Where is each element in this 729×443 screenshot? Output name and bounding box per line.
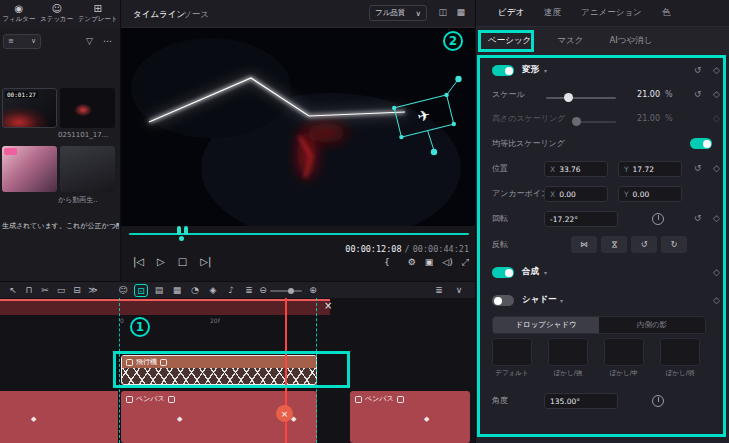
timeline-clip-pen-b[interactable]: ペンパス ◆	[350, 391, 470, 443]
grid-view-icon[interactable]: ▦	[456, 7, 465, 17]
keyframe-diamond[interactable]: ◆	[177, 415, 182, 423]
zoom-out-icon[interactable]: ⊖	[256, 282, 270, 299]
scale-value[interactable]: 21.00	[622, 90, 660, 99]
scale-slider[interactable]	[546, 97, 616, 99]
timeline-zoom-slider[interactable]	[270, 290, 302, 292]
chevron-down-icon[interactable]: ▾	[544, 269, 547, 276]
media-thumbnail[interactable]	[60, 146, 115, 192]
position-x-field[interactable]: X 33.76	[544, 161, 608, 177]
media-sort-select[interactable]: ≡ ∨	[3, 34, 41, 49]
tab-animation[interactable]: アニメーション	[581, 7, 642, 19]
angle-field[interactable]: 135.00°	[544, 393, 618, 409]
volume-button[interactable]: ◁)	[442, 257, 452, 268]
skip-end-button[interactable]: ▷|	[200, 256, 211, 267]
rotate-cw-button[interactable]: ↻	[661, 236, 687, 253]
flip-horizontal-button[interactable]: ⋈	[571, 236, 597, 253]
collapse-icon[interactable]: ∨	[452, 282, 466, 299]
effects-tool-icon[interactable]: ▤	[152, 282, 166, 299]
razor-tool-icon[interactable]: ✂	[38, 282, 52, 299]
track-options-icon[interactable]: ≣	[432, 282, 446, 299]
skip-start-button[interactable]: |◁	[133, 256, 144, 267]
compare-view-icon[interactable]: ◫	[438, 7, 447, 17]
settings-button[interactable]: ⚙	[408, 257, 416, 268]
slider-handle[interactable]	[564, 93, 573, 102]
fullscreen-button[interactable]: ⤢	[462, 257, 469, 268]
tab-video[interactable]: ビデオ	[498, 7, 524, 19]
keyframe-diamond[interactable]: ◆	[31, 415, 36, 423]
trim-tool-icon[interactable]: ▭	[54, 282, 68, 299]
transform-toggle[interactable]	[492, 65, 514, 76]
keyframe-icon[interactable]: ◇	[713, 65, 720, 75]
mixer-tool-icon[interactable]: ≣	[242, 282, 256, 299]
reset-icon[interactable]: ↺	[694, 213, 702, 223]
stop-button[interactable]: □	[178, 256, 187, 267]
play-button[interactable]: ▷	[157, 256, 165, 267]
voiceover-tool-icon[interactable]: ♪	[224, 282, 238, 299]
close-track-button[interactable]: ×	[324, 300, 332, 311]
shadow-preset-blur-strong[interactable]	[548, 338, 588, 366]
media-thumbnail[interactable]	[2, 146, 57, 192]
shadow-preset-blur-weak[interactable]	[660, 338, 700, 366]
media-thumbnail[interactable]	[60, 88, 115, 128]
grid-tool-icon[interactable]: ▦	[170, 282, 184, 299]
keyframe-icon[interactable]: ◇	[713, 213, 720, 223]
rotation-dial-icon[interactable]	[652, 395, 664, 407]
collapsed-track-band[interactable]	[0, 299, 330, 315]
keyframe-diamond[interactable]: ◆	[424, 415, 429, 423]
anchor-y-field[interactable]: Y 0.00	[618, 186, 682, 202]
timeline-clip-airplane[interactable]: 飛行機	[121, 355, 317, 385]
timeline-tracks[interactable]: × 0 20f 飛行機 ◆ ペンパス ◆ ◆ ペ	[0, 298, 475, 443]
shadow-preset-blur-medium[interactable]	[604, 338, 644, 366]
flip-vertical-button[interactable]: ⋈	[601, 236, 627, 253]
rotate-ccw-button[interactable]: ↺	[631, 236, 657, 253]
zoom-in-icon[interactable]: ⊕	[306, 282, 320, 299]
magnet-tool-icon[interactable]: ⊓	[22, 282, 36, 299]
speed-tool-icon[interactable]: ◔	[188, 282, 202, 299]
tab-timeline[interactable]: タイムライン	[133, 9, 185, 21]
mark-in-button[interactable]: {	[384, 257, 390, 268]
reset-icon[interactable]: ↺	[694, 163, 702, 173]
keyframe-icon[interactable]: ◇	[713, 295, 720, 305]
chevron-down-icon[interactable]: ▾	[544, 67, 547, 74]
keyframe-icon[interactable]: ◇	[713, 267, 720, 277]
reset-icon[interactable]: ↺	[694, 89, 702, 99]
keyframe-icon[interactable]: ◇	[713, 89, 720, 99]
subtab-ai-matte[interactable]: AIつや消し	[609, 35, 652, 47]
sticker-tool-icon[interactable]: ☺	[116, 282, 130, 299]
preview-viewport[interactable]: ✈	[121, 28, 475, 226]
tab-color[interactable]: 色	[662, 7, 671, 19]
snapshot-button[interactable]: ▣	[425, 257, 434, 268]
more-tools-icon[interactable]: ≫	[86, 282, 100, 299]
keyframe-delete-button[interactable]: ×	[276, 405, 293, 422]
toolbar-item-template[interactable]: ⊞ テンプレート	[78, 4, 118, 24]
toolbar-item-sticker[interactable]: ☺ ステッカー	[40, 4, 73, 24]
quality-select[interactable]: フル品質 ∨	[369, 5, 427, 21]
subtab-mask[interactable]: マスク	[557, 35, 583, 47]
crop-tool-icon[interactable]: ⊡	[134, 284, 148, 297]
rotation-dial-icon[interactable]	[652, 213, 664, 225]
rotate-field[interactable]: -17.22°	[544, 211, 618, 227]
uniform-scale-toggle[interactable]	[690, 138, 712, 149]
shadow-toggle[interactable]	[492, 295, 514, 306]
reset-icon[interactable]: ↺	[694, 65, 702, 75]
delete-tool-icon[interactable]: ⊟	[70, 282, 84, 299]
shadow-preset-default[interactable]	[492, 338, 532, 366]
trim-handle[interactable]	[184, 226, 188, 235]
progress-marker[interactable]	[179, 236, 184, 241]
trim-handle[interactable]	[177, 226, 181, 235]
select-tool-icon[interactable]: ↖	[6, 282, 20, 299]
subtab-basic[interactable]: ベーシック	[488, 35, 531, 47]
composite-toggle[interactable]	[492, 267, 514, 278]
anchor-x-field[interactable]: X 0.00	[544, 186, 608, 202]
slider-handle[interactable]	[288, 288, 294, 294]
filter-funnel-icon[interactable]: ▽	[86, 36, 93, 46]
more-options-icon[interactable]: ⋯	[103, 36, 112, 46]
position-y-field[interactable]: Y 17.72	[618, 161, 682, 177]
tab-source[interactable]: ソース	[183, 9, 209, 21]
drop-shadow-button[interactable]: ドロップシャドウ	[493, 317, 599, 333]
keyframe-icon[interactable]: ◇	[713, 163, 720, 173]
media-thumbnail[interactable]: 00:01:27	[2, 88, 57, 128]
timeline-clip-pen-left[interactable]: ◆	[0, 391, 118, 443]
toolbar-item-filter[interactable]: ◉ フィルター	[2, 4, 35, 24]
mask-tool-icon[interactable]: ◈	[206, 282, 220, 299]
